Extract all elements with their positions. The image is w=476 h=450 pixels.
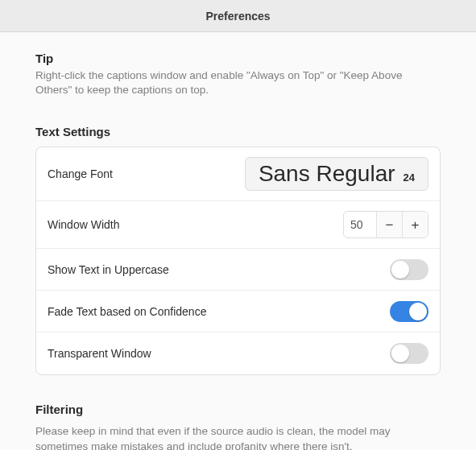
window-width-decrement-button[interactable]: −	[376, 212, 402, 237]
row-window-width: Window Width − +	[36, 201, 440, 249]
preferences-content: Tip Right-click the captions window and …	[0, 32, 476, 450]
window-width-stepper: − +	[343, 211, 428, 238]
change-font-label: Change Font	[48, 167, 245, 180]
filtering-body: Please keep in mind that even if the sou…	[35, 424, 441, 450]
titlebar: Preferences	[0, 0, 476, 32]
fade-confidence-toggle[interactable]	[390, 301, 428, 322]
font-size-display: 24	[404, 171, 415, 184]
text-settings-heading: Text Settings	[35, 125, 441, 138]
tip-section: Tip Right-click the captions window and …	[35, 52, 441, 97]
toggle-knob	[409, 303, 427, 320]
font-name-display: Sans Regular	[259, 161, 395, 187]
window-width-increment-button[interactable]: +	[402, 212, 428, 237]
toggle-knob	[391, 345, 409, 362]
minus-icon: −	[386, 217, 394, 233]
window-title: Preferences	[205, 10, 270, 23]
tip-heading: Tip	[35, 52, 441, 65]
uppercase-toggle[interactable]	[390, 259, 428, 280]
toggle-knob	[391, 261, 409, 279]
transparent-window-toggle[interactable]	[390, 343, 428, 364]
uppercase-label: Show Text in Uppercase	[48, 263, 390, 276]
window-width-label: Window Width	[48, 218, 343, 231]
row-transparent-window: Transparent Window	[36, 332, 440, 374]
tip-body: Right-click the captions window and enab…	[35, 68, 441, 97]
text-settings-card: Change Font Sans Regular 24 Window Width…	[35, 147, 441, 375]
filtering-heading: Filtering	[35, 403, 441, 416]
row-fade-confidence: Fade Text based on Confidence	[36, 291, 440, 332]
row-change-font: Change Font Sans Regular 24	[36, 147, 440, 201]
window-width-input[interactable]	[344, 212, 376, 237]
transparent-window-label: Transparent Window	[48, 347, 390, 360]
fade-confidence-label: Fade Text based on Confidence	[48, 305, 390, 318]
plus-icon: +	[412, 217, 420, 233]
font-picker-button[interactable]: Sans Regular 24	[245, 157, 428, 191]
row-uppercase: Show Text in Uppercase	[36, 249, 440, 291]
